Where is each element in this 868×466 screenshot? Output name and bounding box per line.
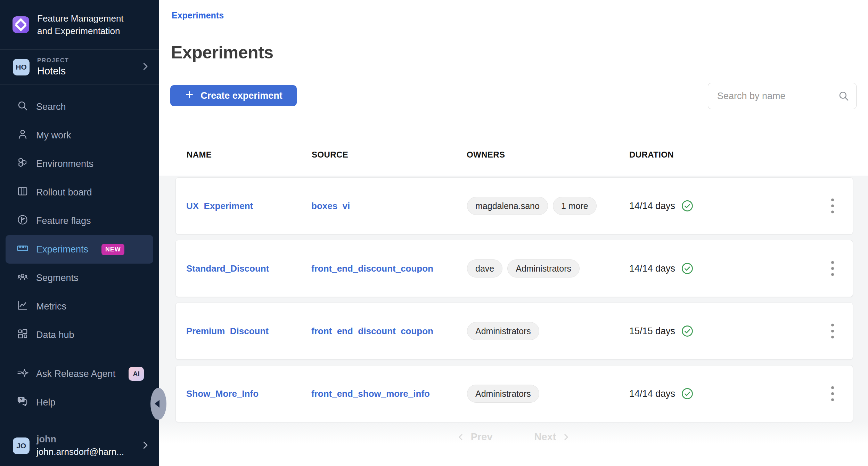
column-header-source: SOURCE [312, 150, 348, 160]
kebab-menu-icon [830, 385, 835, 403]
owner-chip[interactable]: dave [467, 259, 502, 278]
sidebar-item-label: Data hub [36, 330, 74, 340]
chevron-left-icon [155, 400, 159, 408]
project-name: Hotels [37, 65, 69, 77]
row-menu-button[interactable] [825, 259, 840, 278]
sidebar-item-help[interactable]: ? Help [6, 388, 153, 417]
sidebar-item-segments[interactable]: Segments [6, 264, 153, 292]
svg-text:?: ? [19, 397, 23, 402]
table-header: NAME SOURCE OWNERS DURATION [159, 150, 868, 160]
table-row: Premium_Discount front_end_discount_coup… [175, 303, 853, 360]
search-box [708, 83, 857, 109]
sidebar-item-label: My work [36, 130, 71, 141]
new-badge: NEW [101, 244, 124, 255]
board-columns-icon [17, 185, 28, 200]
sidebar-item-label: Feature flags [36, 216, 91, 226]
row-menu-button[interactable] [825, 196, 840, 216]
project-avatar: HO [13, 59, 30, 75]
sidebar-item-data-hub[interactable]: Data hub [6, 321, 153, 349]
check-circle-icon [681, 324, 694, 338]
table-row: Show_More_Info front_end_show_more_info … [175, 365, 853, 422]
column-header-owners: OWNERS [467, 150, 505, 160]
project-selector[interactable]: HO PROJECT Hotels [0, 50, 159, 85]
sidebar-item-label: Ask Release Agent [36, 369, 115, 379]
sidebar-item-label: Experiments [36, 244, 88, 255]
check-circle-icon [681, 262, 694, 275]
duration-cell: 14/14 days [629, 199, 694, 212]
sidebar-item-metrics[interactable]: Metrics [6, 292, 153, 321]
row-menu-button[interactable] [825, 384, 840, 403]
create-experiment-button[interactable]: Create experiment [170, 85, 297, 106]
ruler-icon [17, 242, 28, 257]
sidebar-item-rollout-board[interactable]: Rollout board [6, 178, 153, 207]
experiment-name-link[interactable]: Show_More_Info [186, 388, 259, 399]
sidebar-item-label: Segments [36, 273, 79, 283]
table-body: UX_Experiment boxes_vi magdalena.sano 1 … [159, 176, 868, 443]
user-menu[interactable]: JO john john.arnsdorf@harn... [0, 425, 159, 466]
sidebar-item-label: Help [36, 397, 56, 408]
sidebar-footer-nav: Ask Release Agent AI ? Help [6, 360, 153, 417]
sidebar-item-label: Search [36, 102, 66, 112]
sidebar-item-label: Rollout board [36, 187, 92, 198]
duration-cell: 14/14 days [629, 262, 694, 275]
chevron-right-icon [562, 433, 571, 442]
main-content: Experiments Experiments Create experimen… [159, 0, 868, 466]
search-input[interactable] [708, 83, 857, 109]
owner-chip[interactable]: magdalena.sano [467, 197, 548, 215]
owner-chip[interactable]: Administrators [467, 322, 539, 340]
experiment-source-link[interactable]: front_end_discount_coupon [311, 263, 433, 274]
chevron-right-icon [140, 61, 150, 73]
owner-chip[interactable]: Administrators [507, 259, 580, 278]
table-row: Standard_Discount front_end_discount_cou… [175, 240, 853, 297]
app-root: Feature Management and Experimentation H… [0, 0, 868, 466]
duration-text: 14/14 days [629, 388, 675, 399]
column-header-duration: DURATION [629, 150, 674, 160]
sidebar-item-environments[interactable]: Environments [6, 150, 153, 178]
experiment-source-link[interactable]: boxes_vi [311, 201, 350, 211]
duration-cell: 14/14 days [629, 387, 694, 400]
owner-chip[interactable]: Administrators [467, 385, 539, 403]
brand: Feature Management and Experimentation [0, 0, 159, 50]
owners-cell: Administrators [467, 322, 539, 340]
sidebar-item-my-work[interactable]: My work [6, 121, 153, 150]
check-circle-icon [681, 387, 694, 400]
prev-page-label: Prev [471, 431, 493, 443]
owner-more-chip[interactable]: 1 more [553, 197, 597, 215]
row-menu-button[interactable] [825, 321, 840, 341]
breadcrumb[interactable]: Experiments [172, 10, 224, 21]
sidebar-item-ask-release-agent[interactable]: Ask Release Agent AI [6, 360, 153, 388]
experiment-name-link[interactable]: UX_Experiment [186, 201, 253, 211]
prev-page-button[interactable]: Prev [456, 431, 493, 443]
duration-text: 14/14 days [629, 201, 675, 211]
owners-cell: dave Administrators [467, 259, 580, 278]
user-email: john.arnsdorf@harn... [36, 447, 124, 457]
app-title: Feature Management and Experimentation [37, 12, 124, 37]
duration-text: 14/14 days [629, 263, 675, 274]
brand-logo-icon [13, 16, 29, 33]
chevron-right-icon [140, 440, 150, 452]
next-page-button[interactable]: Next [534, 431, 571, 443]
create-experiment-label: Create experiment [200, 90, 282, 101]
search-icon [17, 100, 28, 114]
experiment-source-link[interactable]: front_end_discount_coupon [311, 326, 433, 337]
people-group-icon [17, 271, 28, 285]
sidebar-collapse-handle[interactable] [150, 388, 166, 420]
person-icon [17, 128, 28, 143]
experiment-source-link[interactable]: front_end_show_more_info [311, 388, 430, 399]
sidebar-item-experiments[interactable]: Experiments NEW [6, 235, 153, 264]
sidebar-item-search[interactable]: Search [6, 93, 153, 121]
duration-cell: 15/15 days [629, 324, 694, 338]
sidebar-item-feature-flags[interactable]: Feature flags [6, 207, 153, 235]
page-title: Experiments [171, 42, 273, 63]
flag-circle-icon [17, 214, 28, 228]
sidebar-item-label: Metrics [36, 301, 66, 312]
pagination: Prev Next [159, 431, 868, 443]
experiment-name-link[interactable]: Standard_Discount [186, 263, 269, 274]
user-avatar: JO [13, 437, 30, 454]
kebab-menu-icon [830, 197, 835, 215]
sidebar-item-label: Environments [36, 159, 93, 169]
check-circle-icon [681, 199, 694, 212]
owners-cell: magdalena.sano 1 more [467, 197, 597, 215]
experiment-name-link[interactable]: Premium_Discount [186, 326, 269, 337]
line-chart-icon [17, 299, 28, 314]
